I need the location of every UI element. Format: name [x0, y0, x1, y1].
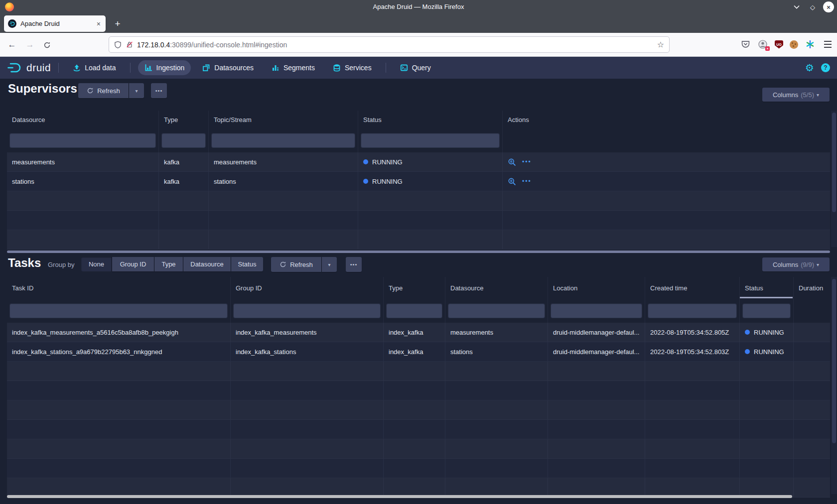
services-database-icon	[333, 64, 341, 72]
row-more-icon[interactable]: •••	[522, 178, 532, 185]
settings-gear-icon[interactable]: ⚙	[805, 63, 814, 73]
tab-close-icon[interactable]: ×	[96, 20, 102, 28]
supervisors-refresh-caret-button[interactable]: ▾	[129, 83, 144, 98]
supervisors-more-button[interactable]: •••	[151, 83, 167, 98]
empty-table-cell	[7, 439, 231, 458]
column-header[interactable]: Datasource	[7, 111, 159, 128]
empty-table-cell	[7, 478, 231, 497]
group-by-group-id-button[interactable]: Group ID	[112, 257, 154, 271]
empty-table-cell	[740, 439, 794, 458]
empty-table-cell	[384, 478, 445, 497]
insecure-lock-icon[interactable]	[126, 41, 133, 48]
empty-table-cell	[645, 400, 740, 419]
extension-icon[interactable]: ×	[757, 39, 768, 50]
bookmark-star-icon[interactable]: ☆	[657, 40, 664, 49]
nav-item-load-data[interactable]: Load data	[66, 60, 122, 75]
row-more-icon[interactable]: •••	[522, 158, 532, 165]
tasks-vertical-scrollbar[interactable]	[831, 277, 837, 494]
asterisk-extension-icon[interactable]	[805, 39, 816, 50]
column-header[interactable]: Datasource	[445, 277, 548, 299]
tasks-columns-button[interactable]: Columns (9/9) ▾	[762, 257, 830, 271]
supervisors-columns-button[interactable]: Columns (5/5) ▾	[762, 88, 830, 102]
empty-table-cell	[7, 211, 159, 230]
column-header[interactable]: Status	[358, 111, 503, 128]
nav-item-query[interactable]: Query	[394, 60, 437, 75]
nav-item-ingestion[interactable]: Ingestion	[138, 60, 191, 75]
datasource-filter-input[interactable]	[9, 133, 156, 148]
caret-down-icon: ▾	[328, 262, 330, 267]
column-header[interactable]: Topic/Stream	[209, 111, 358, 128]
new-tab-button[interactable]: +	[111, 17, 125, 31]
empty-table-cell	[740, 400, 794, 419]
empty-table-cell	[445, 362, 548, 380]
window-close-button[interactable]: ×	[823, 1, 834, 12]
created-time-filter-input[interactable]	[648, 303, 737, 318]
supervisors-horizontal-scrollbar[interactable]	[7, 251, 830, 253]
type-filter-input[interactable]	[386, 303, 442, 318]
group-by-status-button[interactable]: Status	[231, 257, 263, 271]
menu-icon[interactable]	[822, 39, 833, 50]
reload-icon[interactable]	[41, 39, 53, 51]
column-header[interactable]: Created time	[645, 277, 740, 299]
cell-created-time: 2022-08-19T05:34:52.803Z	[645, 342, 740, 361]
status-dot-icon	[363, 179, 368, 184]
detail-magnifier-icon[interactable]	[508, 177, 516, 186]
ublock-icon[interactable]: UO	[775, 40, 783, 49]
type-filter-input[interactable]	[161, 133, 206, 148]
nav-divider	[130, 63, 131, 73]
pocket-icon[interactable]	[740, 39, 751, 50]
empty-table-cell	[548, 459, 645, 478]
empty-table-row	[7, 191, 830, 211]
tasks-refresh-button[interactable]: Refresh	[271, 257, 321, 272]
column-header[interactable]: Type	[159, 111, 209, 128]
nav-item-datasources[interactable]: Datasources	[196, 60, 260, 75]
empty-table-cell	[645, 478, 740, 497]
url-text: 172.18.0.4:30899/unified-console.html#in…	[137, 41, 287, 49]
supervisor-row[interactable]: stations kafka stations RUNNING •••	[7, 172, 830, 191]
url-bar[interactable]: 172.18.0.4:30899/unified-console.html#in…	[109, 36, 670, 53]
column-header-status-sorted[interactable]: Status	[740, 277, 794, 299]
help-icon[interactable]: ?	[821, 63, 830, 72]
nav-item-services[interactable]: Services	[326, 60, 378, 75]
status-filter-input[interactable]	[742, 303, 791, 318]
tasks-table: Task ID Group ID Type Datasource Locatio…	[7, 277, 830, 498]
supervisors-vertical-scrollbar[interactable]	[831, 111, 837, 247]
shield-icon[interactable]	[114, 41, 122, 49]
supervisors-refresh-button[interactable]: Refresh	[78, 83, 129, 98]
tasks-refresh-caret-button[interactable]: ▾	[322, 257, 337, 272]
browser-tab[interactable]: Apache Druid ×	[4, 15, 106, 32]
task-row[interactable]: index_kafka_stations_a9a679b22795b63_nnk…	[7, 342, 830, 362]
group-by-none-button[interactable]: None	[81, 257, 112, 271]
group-id-filter-input[interactable]	[233, 303, 381, 318]
column-header[interactable]: Group ID	[231, 277, 384, 299]
column-header[interactable]: Location	[548, 277, 645, 299]
empty-table-cell	[384, 381, 445, 400]
tasks-horizontal-scrollbar[interactable]	[7, 495, 792, 498]
back-icon[interactable]: ←	[6, 39, 18, 51]
druid-logo[interactable]: druid	[7, 62, 51, 74]
task-row[interactable]: index_kafka_measurements_a5616c5ba8afb8b…	[7, 323, 830, 342]
task-id-filter-input[interactable]	[9, 303, 228, 318]
status-dot-icon	[363, 159, 368, 164]
nav-item-label: Services	[345, 64, 372, 72]
column-header[interactable]: Type	[384, 277, 445, 299]
window-minimize-button[interactable]	[791, 1, 802, 12]
topic-filter-input[interactable]	[211, 133, 355, 148]
supervisor-row[interactable]: measurements kafka measurements RUNNING …	[7, 152, 830, 172]
group-by-type-button[interactable]: Type	[154, 257, 183, 271]
empty-table-cell	[645, 439, 740, 458]
nav-item-segments[interactable]: Segments	[265, 60, 321, 75]
status-filter-input[interactable]	[361, 133, 500, 148]
cell-location: druid-middlemanager-defaul...	[548, 323, 645, 342]
column-header[interactable]: Task ID	[7, 277, 231, 299]
empty-table-cell	[384, 400, 445, 419]
window-maximize-button[interactable]: ◇	[807, 1, 818, 12]
cookie-icon[interactable]	[790, 40, 798, 49]
column-header[interactable]: Duration	[794, 277, 830, 299]
detail-magnifier-icon[interactable]	[508, 158, 516, 166]
datasource-filter-input[interactable]	[448, 303, 545, 318]
tasks-more-button[interactable]: •••	[346, 257, 362, 272]
location-filter-input[interactable]	[551, 303, 642, 318]
group-by-datasource-button[interactable]: Datasource	[183, 257, 231, 271]
empty-table-cell	[740, 362, 794, 380]
